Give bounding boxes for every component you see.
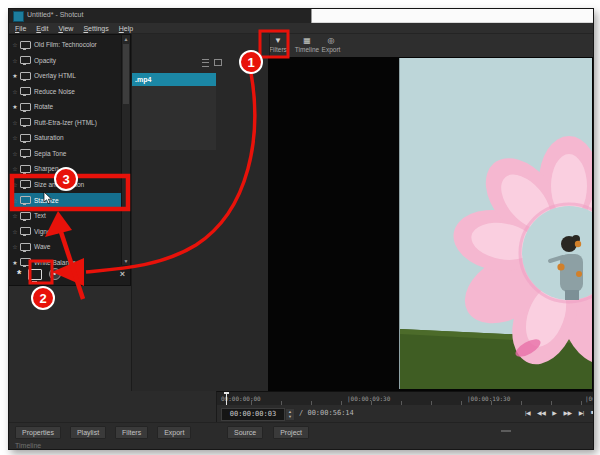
filter-item-sharpen[interactable]: ☆Sharpen [10,161,122,176]
video-filter-monitor-icon [20,103,31,111]
favorite-star-icon[interactable]: ☆ [10,197,20,204]
video-filter-monitor-icon [20,134,31,142]
skip-to-next-button[interactable]: ▶| [579,409,584,416]
video-frame[interactable] [399,58,592,389]
playlist-item-area [132,86,216,150]
video-filter-monitor-icon [20,180,31,188]
menu-help[interactable]: Help [119,25,133,32]
favorite-star-icon[interactable]: ☆ [10,212,20,219]
favorite-star-icon[interactable]: ☆ [10,41,20,48]
splitter-handle[interactable] [501,430,511,432]
menu-settings[interactable]: Settings [83,25,108,32]
video-filter-monitor-icon [20,165,31,173]
favorite-star-icon[interactable]: ☆ [10,57,20,64]
tab-filters[interactable]: Filters [115,426,148,439]
filter-item-label: Size and Position [34,181,84,188]
expand-icon[interactable]: × [120,269,125,279]
filter-item-saturation[interactable]: ☆Saturation [10,130,122,145]
tab-properties[interactable]: Properties [15,426,61,439]
app-icon [13,11,24,22]
video-filter-monitor-icon [20,118,31,126]
export-icon: ◎ [309,35,353,46]
rewind-button[interactable]: ◀◀ [537,409,545,416]
video-filter-monitor-icon [20,227,31,235]
skip-to-start-button[interactable]: |◀ [525,409,530,416]
window-title: Untitled* - Shotcut [27,11,83,18]
filter-item-rutt-etra-izer-html-[interactable]: ☆Rutt-Etra-Izer (HTML) [10,115,122,130]
title-bar-light-area [311,9,594,23]
filter-item-label: Text [34,212,46,219]
filter-popup-footer: * × [9,265,130,283]
playlist-item-mp4[interactable]: .mp4 [132,73,216,86]
timeline-panel-label: Timeline [15,442,41,449]
tab-playlist[interactable]: Playlist [70,426,106,439]
filter-item-label: Sharpen [34,165,59,172]
favorite-star-icon[interactable]: ☆ [10,88,20,95]
playlist-panel: .mp4 [131,34,270,391]
title-bar[interactable]: Untitled* - Shotcut [9,9,593,23]
video-filter-monitor-icon [20,196,31,204]
menu-lines-icon[interactable] [202,59,209,67]
favorite-star-icon[interactable]: ★ [10,72,20,79]
scroll-up-icon[interactable]: ▲ [122,35,130,43]
total-duration: / 00:00:56:14 [299,409,354,417]
menu-edit[interactable]: Edit [36,25,48,32]
scroll-down-icon[interactable]: ▼ [122,257,130,265]
menu-file[interactable]: File [15,25,26,32]
filter-item-label: Overlay HTML [34,72,76,79]
ruler-label: |00 [585,395,594,402]
filter-item-label: Saturation [34,134,64,141]
ruler-label: |00:00:09:30 [347,395,390,402]
time-ruler[interactable]: 00:00:00:00|00:00:09:30|00:00:19:30|00 [216,391,594,406]
favorite-star-icon[interactable]: ☆ [10,228,20,235]
favorite-star-icon[interactable]: ☆ [10,150,20,157]
video-filter-monitor-icon [20,243,31,251]
filter-item-rotate[interactable]: ★Rotate [10,99,122,114]
video-filters-icon[interactable] [28,269,42,280]
filter-item-label: Rutt-Etra-Izer (HTML) [34,119,97,126]
current-timecode-field[interactable]: 00:00:00:03 [221,408,285,421]
filter-item-label: Sepia Tone [34,150,66,157]
video-filter-monitor-icon [20,87,31,95]
filter-item-label: Rotate [34,103,53,110]
favorite-star-icon[interactable]: ☆ [10,181,20,188]
scrollbar-thumb[interactable] [123,44,129,104]
menu-view[interactable]: View [58,25,73,32]
filter-item-label: Opacity [34,57,56,64]
filter-item-vignette[interactable]: ☆Vignette [10,224,122,239]
filter-item-stabilize[interactable]: ☆Stabilize [10,193,122,208]
filter-item-label: Reduce Noise [34,88,75,95]
filter-item-sepia-tone[interactable]: ☆Sepia Tone [10,146,122,161]
filter-item-label: Old Film: Technocolor [34,41,97,48]
playhead[interactable] [226,392,227,406]
video-filter-monitor-icon [20,56,31,64]
favorite-star-icon[interactable]: ★ [10,103,20,110]
filter-item-size-and-position[interactable]: ☆Size and Position [10,177,122,192]
favorite-star-icon[interactable]: ☆ [10,119,20,126]
filter-item-opacity[interactable]: ☆Opacity [10,53,122,68]
stop-button[interactable]: ■ [591,409,594,416]
filter-item-old-film-technocolor[interactable]: ☆Old Film: Technocolor [10,37,122,52]
filter-list-scrollbar[interactable]: ▲ ▼ [121,35,130,265]
favorite-star-icon[interactable]: ☆ [10,165,20,172]
tab-export[interactable]: Export [157,426,191,439]
video-filter-monitor-icon [20,212,31,220]
filter-item-overlay-html[interactable]: ★Overlay HTML [10,68,122,83]
favorites-star-icon[interactable]: * [17,269,21,279]
filter-item-reduce-noise[interactable]: ☆Reduce Noise [10,84,122,99]
filter-item-text[interactable]: ☆Text [10,208,122,223]
play-button[interactable]: ▶ [552,409,556,416]
tab-source[interactable]: Source [227,426,263,439]
favorite-star-icon[interactable]: ☆ [10,134,20,141]
fast-forward-button[interactable]: ▶▶ [563,409,571,416]
detach-icon[interactable] [214,59,222,66]
timecode-spinner[interactable]: ▲▼ [285,408,295,421]
shotcut-window: Untitled* - Shotcut FileEditViewSettings… [8,8,594,450]
audio-filters-icon[interactable] [49,268,61,280]
position-bar: 00:00:00:03 ▲▼ / 00:00:56:14 |◀◀◀▶▶▶▶|■ [216,405,594,422]
tab-project[interactable]: Project [273,426,309,439]
toolbar-export-button[interactable]: ◎Export [309,35,353,54]
filter-item-wave[interactable]: ☆Wave [10,239,122,254]
video-filter-monitor-icon [20,41,31,49]
favorite-star-icon[interactable]: ☆ [10,243,20,250]
